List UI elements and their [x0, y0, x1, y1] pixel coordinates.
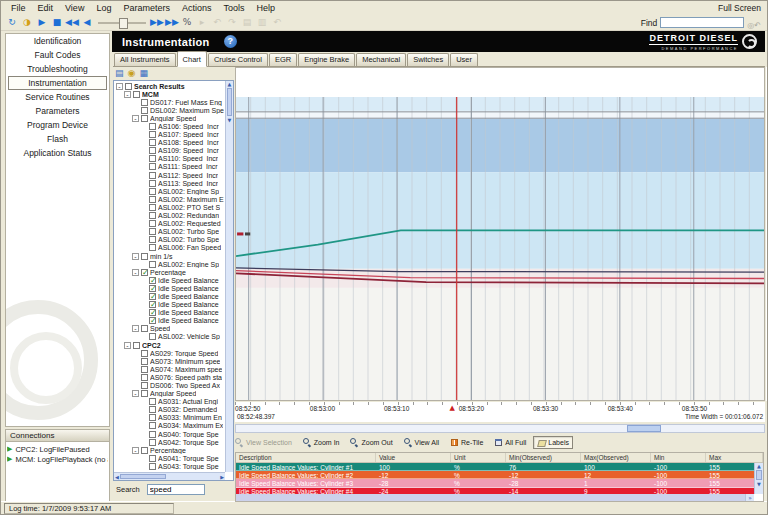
tree-item[interactable]: ASL002: Turbo Spe	[114, 236, 225, 244]
table-row[interactable]: Idle Speed Balance Values: Cylinder #3 -…	[236, 479, 754, 487]
tree-item[interactable]: Idle Speed Balance	[114, 276, 225, 284]
tab-user[interactable]: User	[450, 53, 478, 66]
checkbox[interactable]	[149, 180, 156, 187]
tree-item[interactable]: DSL002: Maximum Spe	[114, 106, 225, 114]
paste-icon[interactable]: ▥	[255, 16, 269, 29]
sidebar-item-program-device[interactable]: Program Device	[6, 118, 109, 132]
checkbox[interactable]	[149, 204, 156, 211]
expander-icon[interactable]: -	[124, 91, 131, 98]
expander-icon[interactable]: -	[116, 83, 123, 90]
zoom-in-button[interactable]: Zoom In	[299, 436, 344, 449]
save-icon[interactable]: ▦	[139, 68, 148, 79]
connection-item[interactable]: ▶ CPC2: LogFilePaused	[7, 444, 108, 454]
checkbox[interactable]	[141, 350, 148, 357]
menu-help[interactable]: Help	[250, 2, 281, 14]
skip-start-icon[interactable]: ◀◀	[65, 16, 79, 29]
checkbox[interactable]	[149, 196, 156, 203]
connection-item[interactable]: ▶ MCM: LogFilePlayback (no acti...	[7, 454, 108, 464]
copy-chart-icon[interactable]: ▤	[115, 68, 124, 79]
checkbox[interactable]	[149, 333, 156, 340]
checkbox[interactable]	[149, 455, 156, 462]
log-mode-icon[interactable]: ◑	[20, 16, 34, 29]
table-vertical-scrollbar[interactable]: ▲▼	[754, 463, 763, 494]
menu-file[interactable]: File	[5, 2, 32, 14]
table-row[interactable]: Idle Speed Balance Values: Cylinder #2 -…	[236, 471, 754, 479]
expander-icon[interactable]: -	[132, 115, 139, 122]
tree-item[interactable]: - Speed	[114, 325, 225, 333]
tree-item[interactable]: ASL002: Engine Sp	[114, 187, 225, 195]
tree-item[interactable]: Idle Speed Balance	[114, 301, 225, 309]
tree-item[interactable]: AS031: Actual Engi	[114, 398, 225, 406]
checkbox[interactable]	[141, 390, 148, 397]
checkbox[interactable]	[125, 83, 132, 90]
playback-position-slider[interactable]	[95, 16, 149, 29]
find-input[interactable]	[660, 17, 744, 28]
checkbox[interactable]	[149, 293, 156, 300]
column-header[interactable]: Min(Observed)	[506, 453, 581, 462]
checkbox[interactable]	[149, 414, 156, 421]
playback-speed-icon[interactable]: %	[180, 16, 194, 29]
zoom-out-button[interactable]: Zoom Out	[346, 436, 396, 449]
re-tile-button[interactable]: Re-Tile	[446, 436, 487, 449]
tab-switches[interactable]: Switches	[407, 53, 449, 66]
column-header[interactable]: Unit	[451, 453, 506, 462]
sidebar-item-troubleshooting[interactable]: Troubleshooting	[6, 62, 109, 76]
scroll-thumb[interactable]	[627, 425, 661, 432]
tree-item[interactable]: AS109: Speed_Incr	[114, 147, 225, 155]
checkbox[interactable]	[149, 406, 156, 413]
scroll-right-icon[interactable]: ▶	[220, 474, 224, 480]
sidebar-item-fault-codes[interactable]: Fault Codes	[6, 48, 109, 62]
checkbox[interactable]	[149, 244, 156, 251]
tree-item[interactable]: AS043: Torque Spe	[114, 462, 225, 470]
table-horizontal-scrollbar[interactable]: »	[236, 494, 754, 501]
checkbox[interactable]	[133, 342, 140, 349]
column-header[interactable]: Description	[236, 453, 376, 462]
tree-item[interactable]: - Search Results	[114, 82, 225, 90]
search-input[interactable]	[147, 484, 205, 495]
play-icon[interactable]: ▶	[35, 16, 49, 29]
tree-item[interactable]: AS110: Speed_Incr	[114, 155, 225, 163]
tree-item[interactable]: AS107: Speed_Incr	[114, 131, 225, 139]
checkbox[interactable]	[149, 123, 156, 130]
checkbox[interactable]	[149, 317, 156, 324]
tree-item[interactable]: AS033: Minimum En	[114, 414, 225, 422]
checkbox[interactable]	[149, 277, 156, 284]
checkbox[interactable]	[141, 358, 148, 365]
checkbox[interactable]	[141, 366, 148, 373]
tree-item[interactable]: ASL002: PTO Set S	[114, 203, 225, 211]
checkbox[interactable]	[149, 139, 156, 146]
sidebar-item-instrumentation[interactable]: Instrumentation	[8, 76, 107, 90]
tree-item[interactable]: AS076: Speed path sta	[114, 373, 225, 381]
checkbox[interactable]	[149, 155, 156, 162]
tree-item[interactable]: - CPC2	[114, 341, 225, 349]
tree-item[interactable]: Idle Speed Balance	[114, 309, 225, 317]
checkbox[interactable]	[133, 91, 140, 98]
tree-item[interactable]: - Angular Speed	[114, 390, 225, 398]
column-header[interactable]: Max(Observed)	[581, 453, 651, 462]
tree-item[interactable]: AS106: Speed_Incr	[114, 122, 225, 130]
menu-log[interactable]: Log	[90, 2, 117, 14]
tree-item[interactable]: AS029: Torque Speed	[114, 349, 225, 357]
view-selection-button[interactable]: View Selection	[231, 436, 296, 449]
checkbox[interactable]	[149, 398, 156, 405]
log-icon[interactable]: ◉	[128, 68, 136, 79]
checkbox[interactable]	[149, 147, 156, 154]
tree-item[interactable]: AS111: Speed_Incr	[114, 163, 225, 171]
sidebar-item-application-status[interactable]: Application Status	[6, 146, 109, 160]
tree-horizontal-scrollbar[interactable]: ◀▶	[114, 472, 225, 480]
menu-view[interactable]: View	[59, 2, 90, 14]
tab-all-instruments[interactable]: All Instruments	[114, 53, 176, 66]
checkbox[interactable]	[149, 309, 156, 316]
tree-item[interactable]: - MCM	[114, 90, 225, 98]
tree-item[interactable]: DS006: Two Speed Ax	[114, 381, 225, 389]
expander-icon[interactable]: -	[132, 325, 139, 332]
tree-item[interactable]: AS112: Speed_Incr	[114, 171, 225, 179]
checkbox[interactable]	[149, 285, 156, 292]
column-header[interactable]: Min	[651, 453, 706, 462]
tree-item[interactable]: ASL002: Engine Sp	[114, 260, 225, 268]
checkbox[interactable]	[141, 447, 148, 454]
checkbox[interactable]	[149, 301, 156, 308]
tree-item[interactable]: ASL006: Fan Speed	[114, 244, 225, 252]
help-icon[interactable]: ?	[224, 35, 237, 48]
checkbox[interactable]	[149, 188, 156, 195]
